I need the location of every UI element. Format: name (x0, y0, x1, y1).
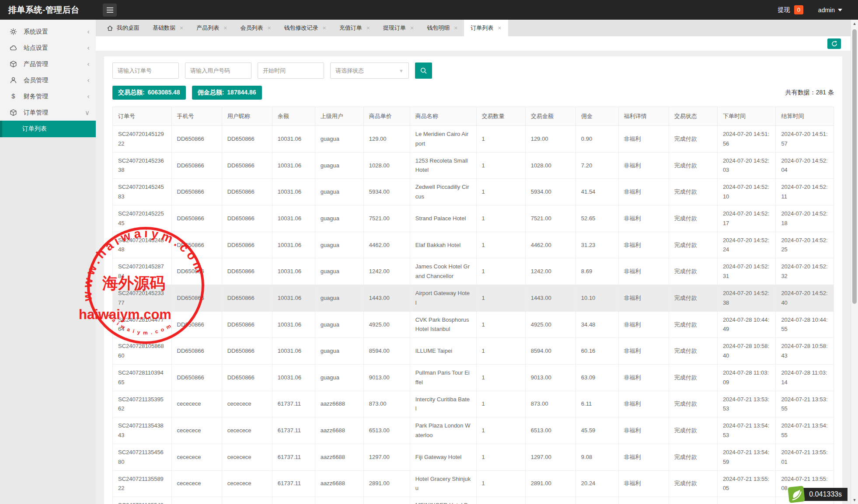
column-header: 订单号 (113, 107, 172, 126)
tab-我的桌面[interactable]: 我的桌面 (100, 20, 146, 36)
column-header: 交易金额 (525, 107, 575, 126)
cell-commission: 7.20 (575, 152, 618, 179)
sidebar-item-系统设置[interactable]: 系统设置‹ (0, 24, 96, 40)
cell-balance: 61737.11 (272, 444, 315, 470)
table-row[interactable]: SC24072113558922cececececececece61737.11… (113, 470, 834, 497)
cell-product: Airport Gateway Hotel (410, 285, 476, 311)
status-select[interactable]: 请选择状态 ▼ (330, 63, 409, 79)
sidebar-subitem-active[interactable]: 订单列表 (0, 121, 96, 137)
table-row[interactable]: SC24072810586860DD650866DD65086610031.06… (113, 338, 834, 365)
sidebar-item-label: 系统设置 (24, 28, 48, 36)
cell-qty: 1 (476, 179, 525, 205)
chevron-collapsed-icon: ‹ (87, 93, 90, 101)
sidebar-item-财务管理[interactable]: $财务管理‹ (0, 88, 96, 104)
table-row[interactable]: SC24072113539562cececececececece61737.11… (113, 391, 834, 417)
scrollbar-thumb[interactable] (852, 29, 857, 304)
cell-status: 完成付款 (669, 232, 717, 258)
svg-text:$: $ (11, 93, 15, 100)
refresh-button[interactable] (827, 38, 841, 49)
order-no-input[interactable] (112, 63, 179, 79)
cell-nickname: DD650866 (222, 152, 272, 179)
cell-parent: aazz6688 (315, 470, 363, 497)
table-row[interactable]: SC24072014523638DD650866DD65086610031.06… (113, 152, 834, 179)
vertical-scrollbar[interactable]: ▲ ▼ (851, 20, 858, 504)
table-row[interactable]: SC24072810447764DD650866DD65086610031.06… (113, 311, 834, 338)
cell-order_time: 2024-07-20 14:52:38 (717, 285, 776, 311)
cell-settle_time: 2024-07-20 14:51:57 (776, 126, 834, 153)
table-row[interactable]: SC24072113545680cececececececece61737.11… (113, 444, 834, 470)
cell-qty: 1 (476, 258, 525, 285)
user-menu[interactable]: admin (818, 7, 842, 14)
cell-qty: 1 (476, 311, 525, 338)
tab-充值订单[interactable]: 充值订单× (333, 20, 377, 36)
cell-settle_time: 2024-07-20 14:52:18 (776, 205, 834, 232)
table-row[interactable]: SC24072014524848DD650866DD65086610031.06… (113, 232, 834, 258)
cell-nickname: cececece (222, 444, 272, 470)
cell-product: Pullman Paris Tour Eiffel (410, 364, 476, 391)
start-time-input[interactable] (258, 63, 324, 79)
cube-icon (10, 109, 17, 116)
cell-status: 完成付款 (669, 311, 717, 338)
cell-commission: 70.18 (575, 497, 618, 504)
hamburger-menu-icon[interactable] (103, 3, 117, 17)
table-row[interactable]: SC24072014512922DD650866DD65086610031.06… (113, 126, 834, 153)
withdraw-button[interactable]: 提现 0 (778, 5, 803, 14)
tab-提现订单[interactable]: 提现订单× (377, 20, 420, 36)
cell-nickname: cececece (222, 497, 272, 504)
cell-parent: aazz6688 (315, 391, 363, 417)
cell-order: SC24072014524848 (113, 232, 172, 258)
cell-price: 4925.00 (363, 311, 410, 338)
sidebar-item-会员管理[interactable]: 会员管理‹ (0, 72, 96, 88)
cell-price: 1028.00 (363, 152, 410, 179)
tab-钱包修改记录[interactable]: 钱包修改记录× (278, 20, 333, 36)
tab-钱包明细[interactable]: 钱包明细× (420, 20, 464, 36)
table-row[interactable]: SC24072113554334cececececececece61737.11… (113, 497, 834, 504)
cell-price: 129.00 (363, 126, 410, 153)
cell-welfare: 非福利 (618, 417, 669, 444)
cell-commission: 9.08 (575, 444, 618, 470)
cell-price: 5934.00 (363, 179, 410, 205)
close-icon[interactable]: × (366, 24, 370, 31)
cell-qty: 1 (476, 391, 525, 417)
scroll-down-icon[interactable]: ▼ (851, 497, 858, 503)
tab-产品列表[interactable]: 产品列表× (190, 20, 234, 36)
trade-total-value: 6063085.48 (148, 89, 180, 97)
close-icon[interactable]: × (323, 24, 326, 31)
cell-nickname: DD650866 (222, 338, 272, 365)
search-button[interactable] (415, 63, 432, 79)
cell-balance: 61737.11 (272, 391, 315, 417)
cell-phone: cececece (171, 391, 222, 417)
table-row[interactable]: SC24072014528784DD650866DD65086610031.06… (113, 258, 834, 285)
close-icon[interactable]: × (267, 24, 271, 31)
tab-会员列表[interactable]: 会员列表× (234, 20, 277, 36)
table-row[interactable]: SC24072811039465DD650866DD65086610031.06… (113, 364, 834, 391)
close-icon[interactable]: × (410, 24, 414, 31)
cell-parent: guagua (315, 311, 363, 338)
cell-qty: 1 (476, 497, 525, 504)
chevron-down-icon: ▼ (399, 68, 404, 73)
tab-基础数据[interactable]: 基础数据× (146, 20, 190, 36)
sidebar-item-站点设置[interactable]: 站点设置‹ (0, 40, 96, 56)
user-no-input[interactable] (185, 63, 251, 79)
cell-order: SC24072113545680 (113, 444, 172, 470)
table-row[interactable]: SC24072014523377DD650866DD65086610031.06… (113, 285, 834, 311)
close-icon[interactable]: × (454, 24, 457, 31)
table-row[interactable]: SC24072014524583DD650866DD65086610031.06… (113, 179, 834, 205)
cell-settle_time: 2024-07-21 13:53:55 (776, 391, 834, 417)
sidebar-item-订单管理[interactable]: 订单管理∨ (0, 104, 96, 121)
scroll-up-icon[interactable]: ▲ (851, 21, 858, 27)
cell-parent: guagua (315, 338, 363, 365)
cell-nickname: DD650866 (222, 364, 272, 391)
table-row[interactable]: SC24072113543843cececececececece61737.11… (113, 417, 834, 444)
close-icon[interactable]: × (498, 24, 501, 31)
cell-phone: cececece (171, 444, 222, 470)
person-icon (10, 76, 17, 84)
cell-phone: cececece (171, 470, 222, 497)
table-row[interactable]: SC24072014522545DD650866DD65086610031.06… (113, 205, 834, 232)
close-icon[interactable]: × (223, 24, 227, 31)
cell-balance: 61737.11 (272, 497, 315, 504)
sidebar-item-产品管理[interactable]: 产品管理‹ (0, 56, 96, 72)
tab-订单列表[interactable]: 订单列表× (464, 20, 508, 36)
cell-parent: guagua (315, 126, 363, 153)
close-icon[interactable]: × (180, 24, 183, 31)
